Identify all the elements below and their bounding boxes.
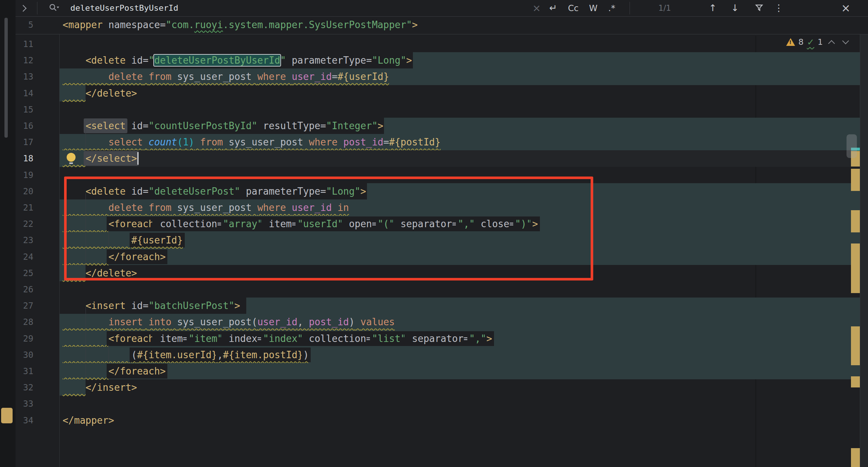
editor-line-33[interactable]: 33 [0, 396, 868, 412]
warning-count: 8 [798, 37, 804, 47]
stripe-warning-mark[interactable] [851, 326, 860, 365]
code-line-text[interactable]: #{userId} [63, 232, 183, 248]
match-case-toggle[interactable]: Cc [565, 0, 581, 16]
line-number[interactable]: 14 [16, 85, 33, 101]
previous-problem-icon[interactable] [828, 40, 835, 47]
line-number[interactable]: 5 [16, 17, 33, 33]
stripe-warning-mark[interactable] [851, 169, 860, 191]
line-number[interactable]: 26 [16, 281, 33, 298]
code-line-text[interactable]: select count(1) from sys_user_post where… [63, 134, 441, 150]
editor-line-19[interactable]: 19 [0, 167, 868, 184]
line-number[interactable]: 30 [16, 347, 33, 363]
code-line-text[interactable]: delete from sys_user_post where user_id=… [63, 68, 389, 85]
line-number[interactable]: 19 [16, 167, 33, 183]
editor-line-29[interactable]: 29 <foreach item="item" index="index" co… [0, 330, 868, 347]
editor-line-12[interactable]: 12 <delete id="deleteUserPostByUserId" p… [0, 52, 868, 69]
line-number[interactable]: 13 [16, 68, 33, 85]
editor-line-13[interactable]: 13 delete from sys_user_post where user_… [0, 68, 868, 85]
editor-line-16[interactable]: 16 <select id="countUserPostById" result… [0, 118, 868, 134]
editor-line-26[interactable]: 26 [0, 281, 868, 298]
previous-match-icon[interactable]: ↑ [705, 0, 720, 16]
line-number[interactable]: 18 [16, 150, 33, 167]
line-number[interactable]: 15 [16, 101, 33, 118]
editor-line-28[interactable]: 28 insert into sys_user_post(user_id, po… [0, 314, 868, 330]
stripe-warning-mark[interactable] [851, 376, 860, 387]
code-line-text[interactable]: delete from sys_user_post where user_id … [63, 199, 349, 216]
stripe-warning-mark[interactable] [851, 210, 860, 232]
line-number[interactable]: 25 [16, 265, 33, 281]
line-number[interactable]: 24 [16, 249, 33, 265]
editor-line-25[interactable]: 25 </delete> [0, 265, 868, 282]
words-toggle[interactable]: W [586, 0, 601, 16]
editor-line-34[interactable]: 34</mapper> [0, 412, 868, 429]
clear-search-icon[interactable]: × [530, 0, 543, 16]
code-line-text[interactable]: </foreach> [63, 249, 166, 265]
inspections-widget[interactable]: 8 ✓ 1 [786, 33, 851, 51]
line-number[interactable]: 16 [16, 118, 33, 134]
newline-icon[interactable]: ↵ [547, 0, 560, 16]
editor-line-32[interactable]: 32 </insert> [0, 379, 868, 396]
editor-line-15[interactable]: 15 [0, 101, 868, 118]
xml-tag-token: > [234, 300, 240, 311]
editor-line-14[interactable]: 14 </delete> [0, 85, 868, 102]
code-line-text[interactable]: <foreach item="item" index="index" colle… [63, 330, 492, 347]
error-stripe[interactable] [860, 16, 868, 467]
close-search-icon[interactable]: × [838, 0, 854, 16]
code-line-text[interactable]: <delete id="deleteUserPost" parameterTyp… [63, 183, 366, 199]
left-scrollbar-thumb[interactable] [4, 18, 8, 138]
stripe-warning-mark[interactable] [851, 448, 860, 467]
code-line-text[interactable]: </insert> [63, 379, 137, 396]
str-token: " [280, 55, 286, 66]
indent-guide [86, 307, 86, 379]
editor-line-23[interactable]: 23 #{userId} [0, 232, 868, 249]
editor-line-30[interactable]: 30 (#{item.userId},#{item.postId}) [0, 347, 868, 363]
line-number[interactable]: 27 [16, 298, 33, 314]
line-number[interactable]: 20 [16, 183, 33, 199]
code-line-text[interactable]: insert into sys_user_post(user_id, post_… [63, 314, 395, 330]
search-icon[interactable] [47, 0, 61, 16]
line-number[interactable]: 28 [16, 314, 33, 330]
editor-line-24[interactable]: 24 </foreach> [0, 249, 868, 265]
editor-line-20[interactable]: 20 <delete id="deleteUserPost" parameter… [0, 183, 868, 200]
line-number[interactable]: 17 [16, 134, 33, 150]
search-input[interactable]: deleteUserPostByUserId [70, 0, 178, 16]
scrollbar-thumb[interactable] [847, 134, 857, 158]
code-line-text[interactable]: <insert id="batchUserPost"> [63, 298, 240, 314]
editor-line-31[interactable]: 31 </foreach> [0, 363, 868, 380]
code-line-text[interactable]: <select id="countUserPostById" resultTyp… [63, 118, 383, 134]
next-match-icon[interactable]: ↓ [728, 0, 742, 16]
line-number[interactable]: 34 [16, 412, 33, 429]
more-options-icon[interactable]: ⋮ [772, 0, 785, 16]
expand-search-chevron-icon[interactable] [20, 5, 26, 11]
editor-line-27[interactable]: 27 <insert id="batchUserPost"> [0, 298, 868, 314]
line-number[interactable]: 33 [16, 396, 33, 412]
code-line-text[interactable]: <delete id="deleteUserPostByUserId" para… [63, 52, 412, 68]
fn-token: count [148, 137, 177, 148]
left-strip-mark[interactable] [1, 408, 13, 423]
editor-line-18[interactable]: 18 </select> [0, 150, 868, 167]
line-number[interactable]: 22 [16, 216, 33, 232]
editor-line-17[interactable]: 17 select count(1) from sys_user_post wh… [0, 134, 868, 151]
code-line-text[interactable]: </delete> [63, 265, 137, 281]
regex-toggle[interactable]: .* [604, 0, 619, 16]
stripe-warning-mark[interactable] [851, 243, 860, 293]
line-number[interactable]: 31 [16, 363, 33, 379]
editor-line-21[interactable]: 21 delete from sys_user_post where user_… [0, 199, 868, 216]
code-line-text[interactable]: </mapper> [63, 412, 114, 429]
line-number[interactable]: 32 [16, 379, 33, 396]
filter-search-icon[interactable] [752, 0, 767, 16]
line-number[interactable]: 21 [16, 199, 33, 216]
line-number[interactable]: 12 [16, 52, 33, 68]
next-problem-icon[interactable] [842, 37, 849, 44]
xml-tag-token: <delete [86, 55, 126, 66]
line-number[interactable]: 29 [16, 330, 33, 347]
code-line-text[interactable]: </foreach> [63, 363, 166, 379]
code-line-text[interactable]: <mapper namespace="com.ruoyi.system.mapp… [63, 17, 418, 33]
editor-line-11[interactable]: 11 [0, 36, 868, 53]
editor-line-22[interactable]: 22 <foreach collection="array" item="use… [0, 216, 868, 232]
code-line-text[interactable]: (#{item.userId},#{item.postId}) [63, 347, 309, 363]
line-number[interactable]: 11 [16, 36, 33, 52]
line-number[interactable]: 23 [16, 232, 33, 248]
code-line-text[interactable]: </delete> [63, 85, 137, 101]
code-line-text[interactable]: <foreach collection="array" item="userId… [63, 216, 538, 232]
